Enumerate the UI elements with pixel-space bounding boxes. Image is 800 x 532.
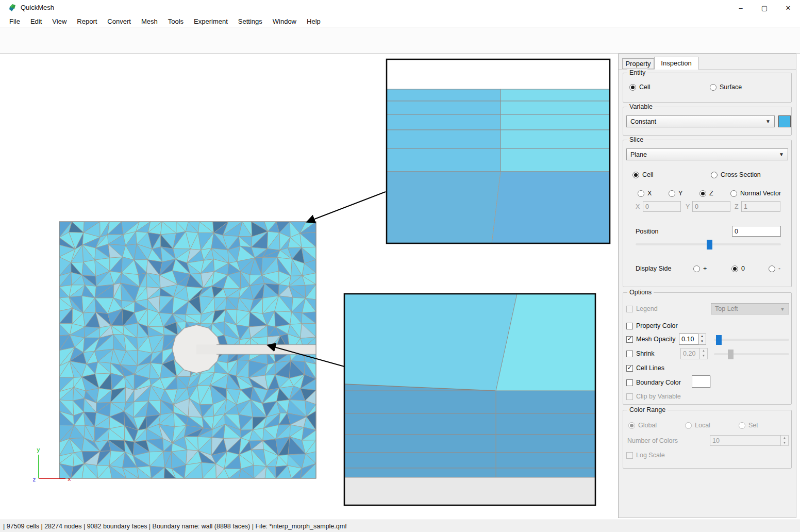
variable-select[interactable]: Constant▼	[626, 115, 775, 127]
inspection-panel: Property Inspection Entity Cell Surface …	[618, 54, 796, 518]
slice-cell-radio[interactable]: Cell	[632, 171, 654, 178]
checkbox-icon	[626, 336, 633, 343]
radio-icon	[710, 84, 716, 91]
normal-vector-radio[interactable]: Normal Vector	[730, 190, 781, 197]
position-slider-handle[interactable]	[707, 240, 712, 250]
cell-lines-checkbox[interactable]: Cell Lines	[626, 364, 664, 372]
shrink-checkbox[interactable]: Shrink	[626, 350, 654, 357]
normal-x-input	[643, 201, 681, 212]
shrink-stepper: ▲▼	[700, 348, 708, 359]
radio-icon	[769, 265, 775, 272]
status-bar: | 97509 cells | 28274 nodes | 9082 bound…	[0, 520, 800, 532]
number-of-colors-label: Number of Colors	[627, 437, 678, 444]
log-scale-checkbox: Log Scale	[626, 452, 665, 459]
local-radio: Local	[685, 422, 710, 429]
slice-cross-section-radio[interactable]: Cross Section	[711, 171, 761, 178]
minimize-button[interactable]: –	[729, 0, 753, 15]
maximize-button[interactable]: ▢	[753, 0, 776, 15]
axis-y-label: y	[37, 446, 40, 453]
axis-x-radio[interactable]: X	[638, 190, 652, 197]
number-of-colors-stepper: ▲▼	[781, 435, 789, 446]
boundary-color-button[interactable]	[692, 375, 710, 388]
normal-z-label: Z	[735, 203, 739, 210]
radio-icon	[731, 265, 738, 272]
normal-y-label: Y	[686, 203, 690, 210]
app-window: QuickMesh – ▢ ✕ File Edit View Report Co…	[0, 0, 800, 532]
display-zero-radio[interactable]: 0	[731, 265, 745, 272]
tab-inspection[interactable]: Inspection	[654, 57, 698, 70]
entity-surface-radio[interactable]: Surface	[710, 84, 742, 91]
menu-help[interactable]: Help	[302, 16, 326, 26]
menu-window[interactable]: Window	[268, 16, 302, 26]
set-radio: Set	[739, 422, 758, 429]
display-side-label: Display Side	[636, 265, 671, 272]
checkbox-icon	[626, 351, 633, 357]
window-title: QuickMesh	[21, 4, 54, 11]
axis-z-radio[interactable]: Z	[699, 190, 713, 197]
variable-group: Variable Constant▼	[623, 107, 792, 136]
mesh-opacity-stepper[interactable]: ▲▼	[698, 334, 706, 345]
shrink-slider-handle	[728, 350, 734, 359]
checkbox-icon	[626, 379, 633, 386]
menu-report[interactable]: Report	[72, 16, 102, 26]
legend-checkbox: Legend	[626, 305, 658, 312]
radio-icon	[632, 172, 639, 178]
radio-icon	[730, 190, 737, 197]
boundary-color-checkbox[interactable]: Boundary Color	[626, 379, 681, 386]
checkbox-icon	[626, 365, 633, 372]
menu-settings[interactable]: Settings	[233, 16, 268, 26]
checkbox-icon	[626, 393, 633, 400]
mesh-opacity-checkbox[interactable]: Mesh Opacity	[626, 336, 675, 343]
zoom-inset-top	[387, 59, 610, 243]
mesh-view	[59, 222, 316, 478]
radio-icon	[669, 190, 675, 197]
close-button[interactable]: ✕	[776, 0, 800, 15]
position-label: Position	[636, 228, 658, 235]
menu-file[interactable]: File	[4, 16, 25, 26]
checkbox-icon	[626, 452, 633, 459]
zoom-inset-bottom	[344, 294, 595, 505]
mesh-opacity-spin[interactable]	[679, 334, 698, 345]
status-text: | 97509 cells | 28274 nodes | 9082 bound…	[3, 523, 347, 530]
axis-y-radio[interactable]: Y	[669, 190, 682, 197]
global-radio: Global	[628, 422, 657, 429]
normal-y-input	[692, 201, 730, 212]
radio-icon	[739, 422, 745, 429]
app-logo-icon	[8, 4, 16, 12]
variable-color-swatch[interactable]	[778, 115, 791, 127]
toolbar: Open Save Export SavePict Fit Zoom zyX X…	[0, 27, 800, 54]
menu-view[interactable]: View	[47, 16, 72, 26]
menu-convert[interactable]: Convert	[102, 16, 136, 26]
radio-icon	[699, 190, 706, 197]
menu-tools[interactable]: Tools	[163, 16, 189, 26]
mesh-opacity-slider-track[interactable]	[714, 339, 789, 341]
normal-z-input	[741, 201, 780, 212]
viewport-3d[interactable]: y x z	[0, 54, 618, 520]
radio-icon	[628, 422, 635, 429]
entity-cell-radio[interactable]: Cell	[629, 84, 651, 91]
options-group: Options Legend Top Left▼ Property Color …	[623, 292, 792, 405]
callout-line-top	[308, 192, 386, 222]
radio-icon	[711, 172, 718, 178]
menu-experiment[interactable]: Experiment	[189, 16, 233, 26]
checkbox-icon	[626, 306, 633, 312]
menu-mesh[interactable]: Mesh	[136, 16, 163, 26]
radio-icon	[685, 422, 692, 429]
entity-group: Entity Cell Surface	[623, 73, 792, 103]
clip-by-variable-checkbox: Clip by Variable	[626, 393, 681, 400]
property-color-checkbox[interactable]: Property Color	[626, 322, 678, 329]
axis-z-label: z	[32, 476, 36, 483]
color-range-group: Color Range Global Local Set Number of C…	[623, 410, 792, 469]
chevron-down-icon: ▼	[765, 119, 771, 124]
legend-position-select: Top Left▼	[711, 303, 789, 314]
menu-edit[interactable]: Edit	[25, 16, 47, 26]
display-minus-radio[interactable]: -	[769, 265, 780, 272]
radio-icon	[693, 265, 700, 272]
shrink-spin	[680, 348, 700, 359]
position-input[interactable]	[732, 226, 781, 237]
display-plus-radio[interactable]: +	[693, 265, 707, 272]
tab-property[interactable]: Property	[622, 58, 654, 69]
radio-icon	[629, 84, 636, 91]
slice-mode-select[interactable]: Plane▼	[626, 148, 788, 160]
mesh-opacity-slider-handle[interactable]	[716, 335, 722, 345]
